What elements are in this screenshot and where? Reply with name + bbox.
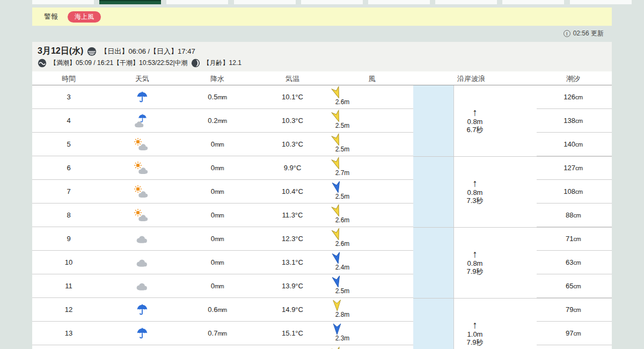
temp-cell: 13.9°C <box>282 282 303 290</box>
coastal-wave-cell: ↑0.8m7.3秒 <box>453 156 496 227</box>
table-row <box>32 345 612 349</box>
wind-speed-cell: 2.3m <box>335 335 350 342</box>
nav-tab-1-active[interactable] <box>99 0 161 4</box>
cloud-icon <box>135 235 148 244</box>
tide-cell: 138cm <box>564 117 582 125</box>
temp-cell: 10.1°C <box>282 93 303 101</box>
nav-tab-3[interactable] <box>234 0 296 4</box>
wind-speed-cell: 2.5m <box>335 122 350 129</box>
wave-height: 0.8m <box>467 259 483 267</box>
time-cell: 4 <box>67 117 70 125</box>
nav-tab-0[interactable] <box>32 0 94 4</box>
nav-tab-8[interactable] <box>570 0 632 4</box>
precip-cell: 0.7mm <box>208 329 226 337</box>
column-header-2: 降水 <box>210 74 224 84</box>
weather-icon <box>134 185 151 200</box>
table-row: 60mm9.9°C2.7m127cm <box>32 156 612 180</box>
wave-group-divider <box>413 156 612 157</box>
weather-icon <box>134 232 151 247</box>
tide-cell: 63cm <box>566 258 581 266</box>
wind-speed-cell: 2.5m <box>335 146 350 153</box>
precip-cell: 0mm <box>211 211 224 219</box>
wind-speed-cell: 2.8m <box>335 311 350 318</box>
precip-cell: 0mm <box>211 258 224 266</box>
temp-cell: 9.9°C <box>284 164 302 172</box>
wave-direction-arrow: ↑ <box>472 108 478 118</box>
tide-cell: 140cm <box>564 140 582 148</box>
nav-tab-2[interactable] <box>166 0 228 4</box>
wind-direction-arrow <box>330 346 345 349</box>
sunset-icon <box>87 47 97 56</box>
wave-period: 7.9秒 <box>466 338 483 346</box>
weather-icon <box>134 161 151 176</box>
tide-cell: 71cm <box>566 235 581 243</box>
table-header: 時間天気降水気温風沿岸波浪潮汐 <box>32 71 612 85</box>
time-cell: 12 <box>65 306 72 314</box>
time-cell: 5 <box>67 140 70 148</box>
cloud-icon <box>135 282 148 291</box>
umbrella-icon <box>136 91 148 103</box>
tide-cell: 108cm <box>564 187 582 195</box>
coastal-wave-cell: ↑0.8m6.7秒 <box>453 85 496 156</box>
update-row: ! 02:56 更新 <box>564 29 604 38</box>
column-header-6: 潮汐 <box>566 74 580 84</box>
cloud-icon <box>137 191 149 198</box>
forecast-card: 3月12日(水) 【日出】06:06 /【日入】17:47 【満潮】05:09 … <box>32 42 612 349</box>
alert-badge-sea-wind[interactable]: 海上風 <box>68 11 101 23</box>
forecast-table: 30.5mm10.1°C2.6m126cm40.2mm10.3°C2.5m138… <box>32 85 612 349</box>
table-row: 30.5mm10.1°C2.6m126cm <box>32 85 612 109</box>
wind-speed-cell: 2.5m <box>335 287 350 295</box>
time-cell: 13 <box>65 329 72 337</box>
column-header-0: 時間 <box>62 74 76 84</box>
wave-period: 7.3秒 <box>466 197 483 205</box>
temp-cell: 11.3°C <box>282 211 303 219</box>
wave-period: 6.7秒 <box>466 126 483 134</box>
nav-tab-4[interactable] <box>301 0 363 4</box>
precip-cell: 0mm <box>211 282 224 290</box>
table-row: 80mm11.3°C2.6m88cm <box>32 203 612 227</box>
wind-speed-cell: 2.7m <box>335 169 350 177</box>
nav-tab-7[interactable] <box>502 0 564 4</box>
precip-cell: 0.5mm <box>208 93 226 101</box>
wave-direction-arrow: ↑ <box>472 179 478 188</box>
date-title: 3月12日(水) <box>38 46 83 57</box>
coastal-wave-cell: ↑0.8m7.9秒 <box>453 227 496 298</box>
coastal-wave-cell: ↑1.0m7.9秒 <box>453 298 496 349</box>
wind-speed-cell: 2.6m <box>335 216 350 224</box>
temp-cell: 15.1°C <box>282 329 303 337</box>
time-cell: 11 <box>65 282 72 290</box>
column-header-4: 風 <box>369 74 376 84</box>
update-time: 02:56 更新 <box>573 29 604 38</box>
tide-cell: 65cm <box>566 282 581 290</box>
wind-direction-arrow <box>331 300 343 312</box>
nav-tab-5[interactable] <box>368 0 430 4</box>
time-cell: 3 <box>67 93 70 101</box>
cloud-icon <box>137 167 149 174</box>
wave-group-divider <box>413 227 612 228</box>
temp-cell: 10.4°C <box>282 187 303 195</box>
wave-period: 7.9秒 <box>466 267 483 275</box>
alert-label: 警報 <box>44 12 58 21</box>
wind-direction-arrow <box>331 323 343 335</box>
table-row: 120.6mm14.9°C2.8m79cm <box>32 298 612 322</box>
column-header-3: 気温 <box>286 74 299 84</box>
weather-icon <box>134 256 151 271</box>
table-row: 70mm10.4°C2.5m108cm <box>32 180 612 203</box>
time-cell: 8 <box>67 211 70 219</box>
time-cell: 10 <box>65 258 72 266</box>
nav-tab-6[interactable] <box>435 0 497 4</box>
alert-bar: 警報 海上風 <box>32 8 612 26</box>
time-cell: 6 <box>67 164 70 172</box>
cloud-icon <box>135 259 148 267</box>
umbrella-icon <box>136 328 148 339</box>
date-header: 3月12日(水) 【日出】06:06 /【日入】17:47 【満潮】05:09 … <box>32 42 612 71</box>
temp-cell: 10.3°C <box>282 117 303 125</box>
table-row: 100mm13.1°C2.4m63cm <box>32 251 612 274</box>
precip-cell: 0mm <box>211 235 224 243</box>
cloud-icon <box>137 143 149 151</box>
weather-icon <box>134 208 151 223</box>
precip-cell: 0.6mm <box>208 306 226 314</box>
weather-icon <box>134 137 151 152</box>
umbrella-icon <box>138 114 147 123</box>
table-row: 50mm10.3°C2.5m140cm <box>32 133 612 156</box>
